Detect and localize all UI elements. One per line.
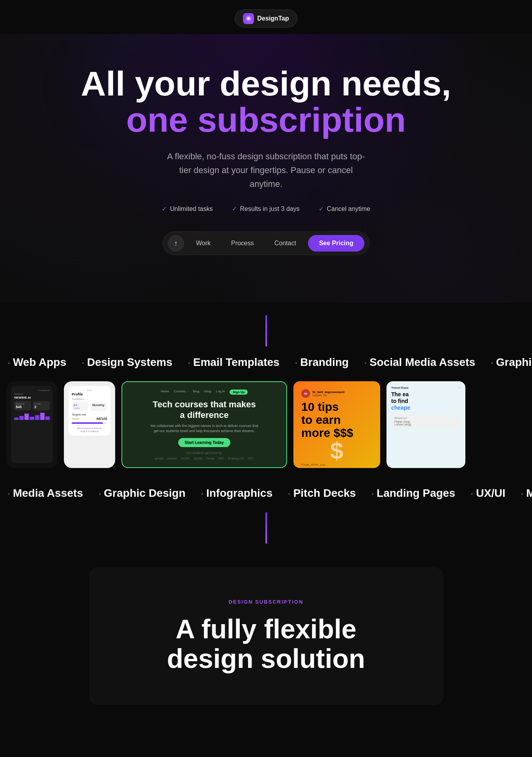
social-location: London, UK: [312, 394, 344, 397]
marquee-item-2: • Mobile A: [513, 487, 532, 500]
sub-title-line1: A fully flexible: [175, 614, 356, 644]
green-trust: Our students get hired by:: [186, 451, 222, 455]
green-hero-title: Tech courses that makesa difference: [153, 399, 256, 420]
hero-title-line1: All your design needs,: [81, 64, 451, 103]
hero-subtitle: A flexible, no-fuss design subscription …: [164, 149, 369, 191]
check-icon-3: ✓: [319, 205, 324, 213]
gallery-card-social: SI SI_Self_Improvement London, UK 10 tip…: [293, 381, 380, 468]
feature-unlimited: ✓ Unlimited tasks: [162, 205, 213, 213]
feature-cancel-text: Cancel anytime: [327, 205, 370, 213]
social-handle: SI_Self_Improvement: [312, 390, 344, 394]
svg-point-1: [247, 17, 250, 20]
hero-title-line2: one subscription: [126, 100, 406, 139]
marquee-strip-2: • Media Assets • Graphic Design • Infogr…: [0, 481, 532, 503]
feature-unlimited-text: Unlimited tasks: [170, 205, 213, 213]
green-signup-btn[interactable]: Sign Up: [230, 390, 248, 395]
marquee-item: • Email Templates: [180, 356, 287, 369]
dark-phone-screen: TravelEase Account NEWBIE.AI Balance $45…: [11, 386, 53, 463]
gallery-card-travel: Travel Ease ⋯ The eato findcheape Where …: [386, 381, 465, 468]
marquee-item-2: • Landing Pages: [364, 487, 463, 500]
subscription-title: A fully flexible design solution: [136, 614, 396, 673]
marquee-inner-1: • Web Apps • Design Systems • Email Temp…: [0, 356, 532, 369]
feature-results-text: Results in just 3 days: [240, 205, 300, 213]
brand-name: DesignTap: [257, 15, 289, 22]
social-avatar: SI: [301, 389, 310, 398]
travel-search-label: Where to?: [394, 417, 457, 420]
marquee-item-2: • Pitch Decks: [280, 487, 364, 500]
targets-progress: [72, 422, 107, 424]
check-icon-2: ✓: [232, 205, 237, 213]
nav-pill: ↑ Work Process Contact See Pricing: [162, 231, 370, 255]
nav-arrow-button[interactable]: ↑: [168, 235, 184, 252]
marquee-item: • Design Systems: [74, 356, 180, 369]
gallery-card-green-website: HomeCourses –BlogShopLog In Sign Up Tech…: [121, 381, 287, 468]
stat-box: Balance $45: [14, 401, 31, 410]
subscription-section: DESIGN SUBSCRIPTION A fully flexible des…: [0, 544, 532, 736]
navbar: DesignTap: [0, 0, 532, 34]
marquee-item: • Graphic: [483, 356, 532, 369]
mini-bar-chart: [14, 412, 50, 420]
logo-pill[interactable]: DesignTap: [235, 9, 297, 28]
feature-cancel: ✓ Cancel anytime: [319, 205, 370, 213]
purple-divider-1: [265, 315, 267, 347]
divider-line-1: [0, 302, 532, 347]
marquee-item-2: • Media Assets: [0, 487, 91, 500]
targets-met-label: Targets met: [72, 413, 107, 416]
green-hero-sub: We collaborate with the biggest names in…: [150, 423, 258, 433]
marquee-item-2: • Infographics: [193, 487, 280, 500]
feature-results: ✓ Results in just 3 days: [232, 205, 300, 213]
subscription-card: DESIGN SUBSCRIPTION A fully flexible des…: [89, 567, 444, 705]
nav-work[interactable]: Work: [187, 236, 219, 251]
social-headline: 10 tipsto earnmore $$$: [301, 400, 372, 439]
dollar-icon: $: [330, 439, 343, 463]
hero-title: All your design needs, one subscription: [16, 65, 516, 138]
travel-search[interactable]: Where to? Flights (Aug) London (Aug): [391, 414, 461, 428]
nav-cta-button[interactable]: See Pricing: [308, 235, 364, 252]
hero-features: ✓ Unlimited tasks ✓ Results in just 3 da…: [16, 205, 516, 213]
marquee-item: • Web Apps: [0, 356, 74, 369]
green-logos: googleamazonvnnQRSpotifyDisneyBBCBooking…: [155, 457, 253, 460]
gallery-row: TravelEase Account NEWBIE.AI Balance $45…: [0, 381, 532, 468]
gallery-card-light-app: 9:41 Profile TravelEase All Yearly Month…: [64, 381, 115, 468]
profile-header: Profile: [72, 392, 107, 396]
stat-row: Balance $45 Cards 2: [14, 401, 50, 410]
marquee-item-2: • UX/UI: [463, 487, 513, 500]
green-nav: HomeCourses –BlogShopLog In Sign Up: [161, 390, 248, 395]
nav-contact[interactable]: Contact: [266, 236, 305, 251]
travel-app-name: Travel Ease: [391, 386, 409, 390]
recommend-label: Recommend to Friends: [72, 427, 107, 429]
marquee-strip-1: • Web Apps • Design Systems • Email Temp…: [0, 347, 532, 378]
marquee-inner-2: • Media Assets • Graphic Design • Infogr…: [0, 487, 532, 500]
marquee-item-2: • Graphic Design: [91, 487, 194, 500]
logo-icon: [243, 13, 254, 24]
stat-box-2: Cards 2: [33, 401, 50, 410]
floating-nav: ↑ Work Process Contact See Pricing: [16, 231, 516, 255]
newbie-label: NEWBIE.AI: [14, 396, 50, 399]
travel-highlight: cheape: [391, 405, 410, 411]
purple-divider-2: [265, 512, 267, 544]
marquee-item: • Branding: [287, 356, 357, 369]
targets-value: 88/100: [96, 417, 107, 421]
marquee-item: • Social Media Assets: [357, 356, 483, 369]
sub-title-line2: design solution: [167, 643, 365, 673]
light-phone-screen: 9:41 Profile TravelEase All Yearly Month…: [69, 386, 110, 436]
subscription-label: DESIGN SUBSCRIPTION: [136, 599, 396, 605]
nav-process[interactable]: Process: [222, 236, 263, 251]
portfolio-gallery: TravelEase Account NEWBIE.AI Balance $45…: [0, 378, 532, 481]
gallery-card-dark-app: TravelEase Account NEWBIE.AI Balance $45…: [6, 381, 58, 468]
divider-line-2: [0, 503, 532, 544]
travel-headline: The eato findcheape: [391, 391, 461, 411]
check-icon-1: ✓: [162, 205, 167, 213]
travel-nav-label: ⋯: [458, 386, 461, 390]
green-cta-btn[interactable]: Start Learning Today: [178, 438, 230, 447]
hero-section: All your design needs, one subscription …: [0, 34, 532, 302]
